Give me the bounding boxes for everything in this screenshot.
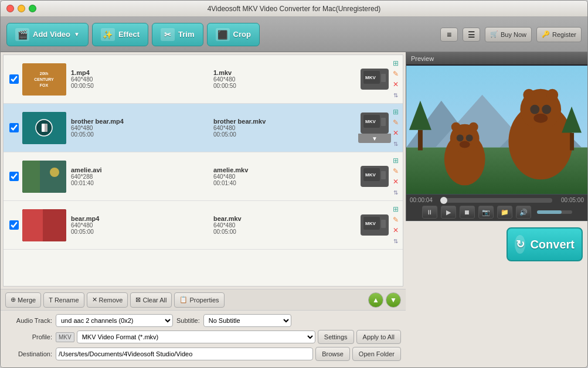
subtitle-select[interactable]: No Subtitle bbox=[203, 314, 291, 327]
properties-label: Properties bbox=[189, 297, 219, 304]
row-4-format-section: MKV ⊞ ✎ ✕ ⇅ bbox=[358, 205, 400, 246]
row-4-move-icon[interactable]: ⇅ bbox=[391, 236, 400, 246]
row-3-dest-name: amelie.mkv bbox=[213, 166, 356, 173]
progress-track[interactable] bbox=[441, 198, 552, 203]
row-3-format-section: MKV ⊞ ✎ ✕ ⇅ bbox=[358, 156, 400, 197]
row-3-edit-icon[interactable]: ✎ bbox=[391, 166, 400, 176]
row-4-edit-icon[interactable]: ✎ bbox=[391, 215, 400, 224]
convert-button[interactable]: ↻ Convert bbox=[507, 227, 583, 261]
merge-button[interactable]: ⊕ Merge bbox=[5, 292, 41, 308]
row-2-checkbox[interactable] bbox=[9, 123, 19, 132]
row-1-format-badge[interactable]: MKV bbox=[361, 69, 389, 90]
destination-input[interactable]: /Users/tes/Documents/4Videosoft Studio/V… bbox=[56, 347, 313, 360]
svg-point-41 bbox=[523, 89, 535, 101]
row-2-format-section: MKV ▼ ⊞ ✎ ✕ ⇅ bbox=[358, 107, 400, 148]
pause-button[interactable]: ⏸ bbox=[422, 206, 437, 219]
browse-button[interactable]: Browse bbox=[315, 347, 350, 361]
row-4-delete-icon[interactable]: ✕ bbox=[391, 226, 400, 235]
row-2-expand-icon[interactable]: ⊞ bbox=[391, 107, 400, 117]
screenshot-button[interactable]: 📷 bbox=[478, 206, 494, 219]
svg-rect-26 bbox=[43, 209, 66, 241]
row-1-checkbox[interactable] bbox=[9, 74, 19, 84]
properties-button[interactable]: 📋 Properties bbox=[174, 292, 224, 308]
table-row: brother bear.mp4 640*480 00:05:00 brothe… bbox=[4, 104, 403, 152]
row-2-delete-icon[interactable]: ✕ bbox=[391, 128, 400, 138]
current-time: 00:00:04 bbox=[410, 197, 438, 203]
row-2-thumbnail bbox=[22, 112, 66, 144]
play-button[interactable]: ▶ bbox=[441, 206, 456, 219]
row-2-format-expand[interactable]: ▼ bbox=[358, 134, 391, 143]
profile-format-badge: MKV bbox=[56, 332, 74, 342]
row-2-source-info: brother bear.mp4 640*480 00:05:00 bbox=[71, 118, 213, 138]
close-button[interactable] bbox=[6, 5, 14, 12]
stop-button[interactable]: ⏹ bbox=[460, 206, 475, 219]
trim-button[interactable]: ✂ Trim bbox=[152, 23, 203, 46]
left-panel: 20th CENTURY FOX 1.mp4 640*480 00:00:50 … bbox=[1, 52, 406, 367]
add-video-button[interactable]: 🎬 Add Video ▼ bbox=[6, 23, 89, 46]
buy-now-button[interactable]: 🛒 Buy Now bbox=[485, 27, 532, 42]
preview-panel: Preview bbox=[406, 52, 587, 221]
effect-button[interactable]: ✨ Effect bbox=[92, 23, 148, 46]
svg-rect-11 bbox=[45, 124, 47, 132]
row-4-thumbnail bbox=[22, 209, 66, 241]
row-2-dest-info: brother bear.mkv 640*480 00:05:00 bbox=[213, 118, 356, 138]
crop-button[interactable]: ⬛ Crop bbox=[207, 23, 260, 46]
row-1-move-icon[interactable]: ⇅ bbox=[391, 90, 400, 100]
preview-header-label: Preview bbox=[411, 55, 434, 62]
volume-icon[interactable]: 🔊 bbox=[516, 206, 531, 219]
row-3-dest-size: 640*480 bbox=[213, 173, 356, 180]
row-3-checkbox[interactable] bbox=[9, 172, 19, 181]
total-time: 00:05:00 bbox=[556, 197, 584, 203]
maximize-button[interactable] bbox=[29, 5, 36, 12]
row-1-expand-icon[interactable]: ⊞ bbox=[391, 59, 400, 68]
move-up-button[interactable]: ▲ bbox=[368, 292, 383, 308]
add-video-dropdown-arrow[interactable]: ▼ bbox=[74, 31, 80, 38]
row-3-move-icon[interactable]: ⇅ bbox=[391, 188, 400, 197]
rename-icon: T bbox=[49, 297, 53, 304]
open-folder-button[interactable]: Open Folder bbox=[352, 347, 401, 361]
bottom-toolbar: ⊕ Merge T Rename ✕ Remove ⊠ Clear All 📋 bbox=[1, 289, 406, 310]
rename-button[interactable]: T Rename bbox=[43, 292, 84, 308]
profile-select[interactable]: MKV Video Format (*.mkv) bbox=[77, 330, 315, 343]
row-3-delete-icon[interactable]: ✕ bbox=[391, 177, 400, 186]
row-1-delete-icon[interactable]: ✕ bbox=[391, 80, 400, 89]
audio-track-select[interactable]: und aac 2 channels (0x2) bbox=[56, 314, 173, 327]
folder-button[interactable]: 📁 bbox=[497, 206, 512, 219]
row-2-format-badge[interactable]: MKV bbox=[361, 113, 389, 134]
view-grid-button[interactable]: ☰ bbox=[463, 28, 480, 42]
row-3-expand-icon[interactable]: ⊞ bbox=[391, 156, 400, 165]
table-row: amelie.avi 640*288 00:01:40 amelie.mkv 6… bbox=[4, 152, 403, 201]
move-down-button[interactable]: ▼ bbox=[386, 292, 401, 308]
svg-point-45 bbox=[457, 135, 464, 142]
crop-icon: ⬛ bbox=[216, 28, 230, 41]
effect-icon: ✨ bbox=[101, 28, 115, 41]
row-1-edit-icon[interactable]: ✎ bbox=[391, 69, 400, 79]
row-2-dest-name: brother bear.mkv bbox=[213, 118, 356, 125]
main-content: 20th CENTURY FOX 1.mp4 640*480 00:00:50 … bbox=[1, 52, 587, 367]
volume-slider[interactable] bbox=[537, 210, 572, 214]
add-video-icon: 🎬 bbox=[15, 28, 29, 41]
row-1-dest-dur: 00:00:50 bbox=[213, 83, 356, 89]
row-1-source-size: 640*480 bbox=[71, 76, 213, 83]
register-button[interactable]: 🔑 Register bbox=[536, 27, 582, 42]
svg-point-49 bbox=[469, 122, 478, 132]
row-4-checkbox[interactable] bbox=[9, 220, 19, 230]
refresh-symbol: ↻ bbox=[516, 238, 525, 251]
row-2-move-icon[interactable]: ⇅ bbox=[391, 139, 400, 148]
settings-button[interactable]: Settings bbox=[318, 330, 354, 344]
row-2-edit-icon[interactable]: ✎ bbox=[391, 118, 400, 127]
row-4-expand-icon[interactable]: ⊞ bbox=[391, 205, 400, 214]
progress-thumb bbox=[440, 197, 447, 204]
clear-all-icon: ⊠ bbox=[135, 296, 141, 304]
subtitle-label: Subtitle: bbox=[176, 317, 200, 324]
trim-label: Trim bbox=[178, 30, 194, 39]
apply-to-all-button[interactable]: Apply to All bbox=[356, 330, 401, 344]
svg-point-47 bbox=[460, 141, 470, 148]
row-3-format-badge[interactable]: MKV bbox=[361, 166, 389, 187]
row-4-format-badge[interactable]: MKV bbox=[361, 214, 389, 236]
clear-all-button[interactable]: ⊠ Clear All bbox=[130, 292, 172, 308]
minimize-button[interactable] bbox=[18, 5, 25, 12]
view-list-button[interactable]: ≡ bbox=[440, 28, 458, 42]
remove-button[interactable]: ✕ Remove bbox=[87, 292, 128, 308]
rename-label: Rename bbox=[55, 297, 79, 304]
